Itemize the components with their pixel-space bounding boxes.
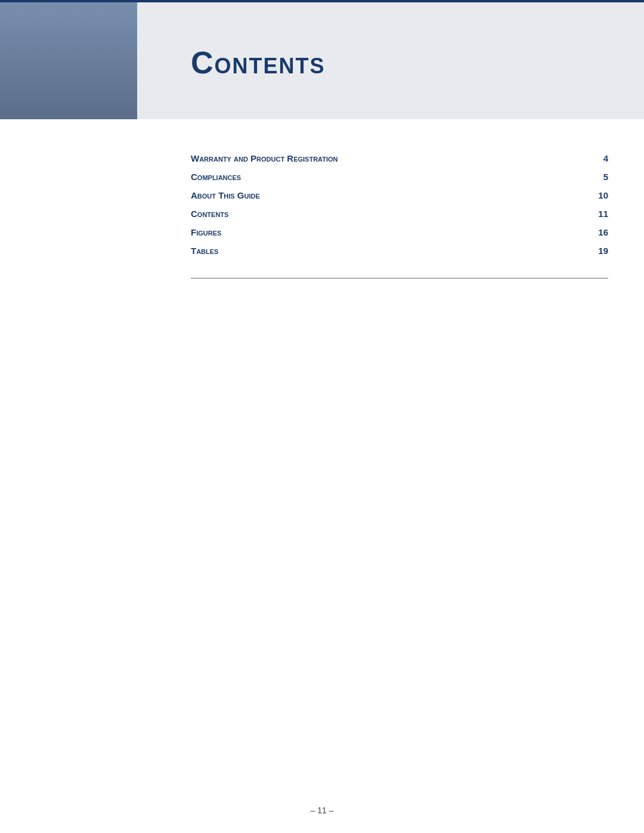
toc-entry-page: 4 <box>590 153 608 163</box>
main-content: Warranty and Product Registration4Compli… <box>137 119 644 326</box>
content-area: Warranty and Product Registration4Compli… <box>0 119 644 326</box>
page: Contents Warranty and Product Registrati… <box>0 0 644 833</box>
toc-entry-page: 5 <box>590 172 608 182</box>
toc-entry-title: Warranty and Product Registration <box>191 153 338 163</box>
toc-entry-title: Tables <box>191 246 218 256</box>
toc-entry-title: Compliances <box>191 172 241 182</box>
toc-entry-page: 16 <box>590 227 608 237</box>
left-margin <box>0 119 137 326</box>
section-divider <box>191 278 608 278</box>
footer: – 11 – <box>0 806 644 815</box>
toc-entry-title: About This Guide <box>191 190 260 200</box>
toc-entry: Contents11 <box>191 205 608 223</box>
toc-entry: Figures16 <box>191 223 608 241</box>
toc-entry-title: Figures <box>191 227 221 237</box>
preliminary-toc: Warranty and Product Registration4Compli… <box>191 149 608 260</box>
top-border-line <box>0 0 644 2</box>
toc-entry: Warranty and Product Registration4 <box>191 149 608 168</box>
header-sidebar-accent <box>0 0 137 119</box>
toc-entry-page: 19 <box>590 246 608 256</box>
toc-entry-page: 11 <box>590 209 608 219</box>
toc-entry-title: Contents <box>191 209 228 219</box>
page-title: Contents <box>191 45 326 80</box>
toc-entry: Compliances5 <box>191 168 608 186</box>
header-area: Contents <box>0 0 644 119</box>
toc-entry-page: 10 <box>590 190 608 200</box>
header-content: Contents <box>137 0 644 119</box>
footer-page-number: – 11 – <box>311 806 334 815</box>
toc-entry: Tables19 <box>191 241 608 260</box>
toc-entry: About This Guide10 <box>191 186 608 205</box>
